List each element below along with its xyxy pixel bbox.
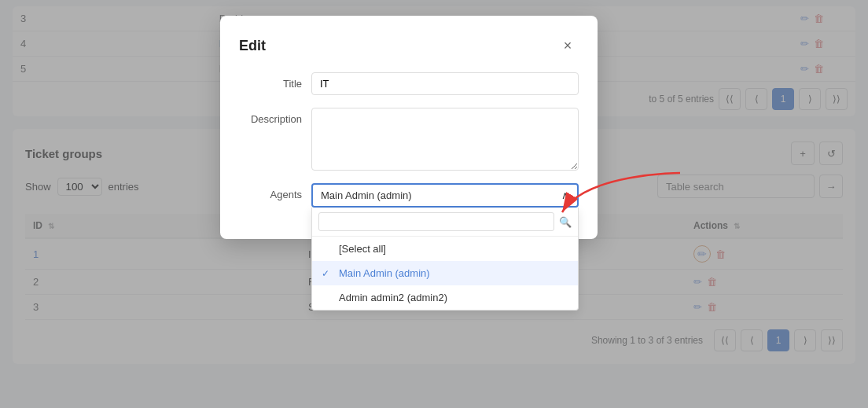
dropdown-search-input[interactable] <box>318 212 554 231</box>
modal-header: Edit × <box>239 35 579 57</box>
agents-dropdown-panel: 🔍 ✓ [Select all] ✓ Main Admin (admin) ✓ … <box>311 208 579 311</box>
dropdown-option-admin2[interactable]: ✓ Admin admin2 (admin2) <box>312 285 578 310</box>
title-field-row: Title <box>239 72 579 95</box>
description-input[interactable] <box>311 108 579 171</box>
page-container: 3 Problem ✏ 🗑 4 <box>0 0 868 408</box>
agents-select-button[interactable]: Main Admin (admin) ∧ <box>311 183 579 208</box>
modal-title: Edit <box>239 38 266 54</box>
agents-container: Main Admin (admin) ∧ 🔍 ✓ [Select all] ✓ … <box>311 183 579 208</box>
title-input[interactable] <box>311 72 579 95</box>
agents-field-row: Agents Main Admin (admin) ∧ 🔍 ✓ [Select … <box>239 183 579 208</box>
edit-modal: Edit × Title Description Agents Main Adm… <box>220 16 598 239</box>
dropdown-option-main-admin[interactable]: ✓ Main Admin (admin) <box>312 261 578 285</box>
dropdown-search-row: 🔍 <box>312 208 578 237</box>
agents-label: Agents <box>239 183 302 200</box>
description-label: Description <box>239 108 302 125</box>
dropdown-option-select-all[interactable]: ✓ [Select all] <box>312 237 578 261</box>
agents-selected-text: Main Admin (admin) <box>321 189 412 201</box>
chevron-up-icon: ∧ <box>561 189 569 201</box>
description-field-row: Description <box>239 108 579 171</box>
check-icon: ✓ <box>322 268 333 279</box>
option-label: [Select all] <box>339 243 386 255</box>
modal-close-button[interactable]: × <box>557 35 579 57</box>
title-label: Title <box>239 72 302 90</box>
option-label: Main Admin (admin) <box>339 267 430 279</box>
option-label: Admin admin2 (admin2) <box>339 292 447 303</box>
search-icon: 🔍 <box>559 216 572 228</box>
